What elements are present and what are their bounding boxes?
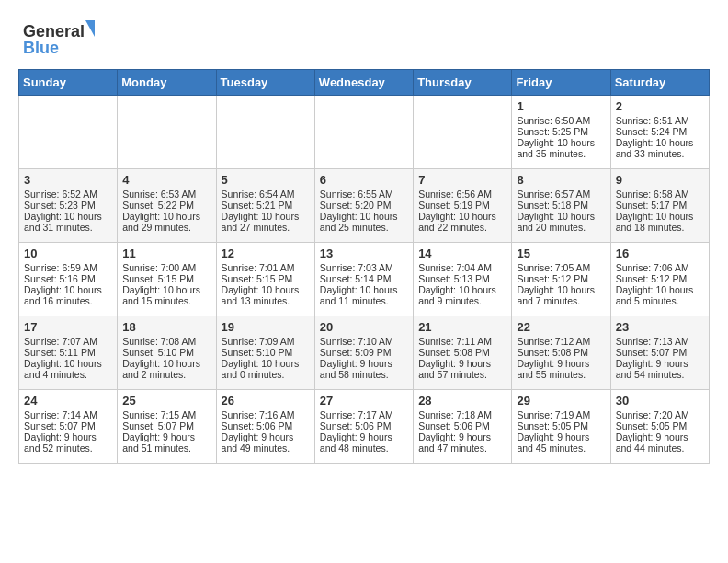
day-number: 12 — [222, 247, 310, 260]
calendar-cell: 6Sunrise: 6:55 AMSunset: 5:20 PMDaylight… — [314, 169, 413, 243]
calendar-cell — [118, 96, 216, 169]
calendar-cell: 19Sunrise: 7:09 AMSunset: 5:10 PMDayligh… — [216, 316, 314, 390]
calendar-table: SundayMondayTuesdayWednesdayThursdayFrid… — [18, 69, 710, 464]
cell-content-line: Sunrise: 7:06 AM — [616, 262, 704, 273]
cell-content-line: Daylight: 10 hours and 7 minutes. — [517, 284, 605, 306]
calendar-header: SundayMondayTuesdayWednesdayThursdayFrid… — [19, 70, 710, 96]
cell-content-line: Sunrise: 6:51 AM — [616, 115, 704, 126]
cell-content-line: Daylight: 10 hours and 4 minutes. — [24, 358, 112, 380]
cell-content-line: Daylight: 9 hours and 55 minutes. — [517, 358, 605, 380]
calendar-cell: 24Sunrise: 7:14 AMSunset: 5:07 PMDayligh… — [19, 390, 118, 464]
day-number: 30 — [616, 394, 704, 408]
calendar-cell: 10Sunrise: 6:59 AMSunset: 5:16 PMDayligh… — [19, 243, 118, 316]
weekday-header-tuesday: Tuesday — [216, 70, 314, 96]
cell-content-line: Daylight: 10 hours and 20 minutes. — [517, 211, 605, 233]
cell-content-line: Sunset: 5:08 PM — [418, 347, 506, 358]
calendar-week-5: 24Sunrise: 7:14 AMSunset: 5:07 PMDayligh… — [19, 390, 710, 464]
day-number: 10 — [24, 247, 112, 260]
weekday-header-thursday: Thursday — [414, 70, 512, 96]
cell-content-line: Sunrise: 6:50 AM — [517, 115, 605, 126]
cell-content-line: Sunset: 5:10 PM — [222, 347, 310, 358]
cell-content-line: Sunset: 5:21 PM — [222, 200, 310, 211]
day-number: 11 — [122, 247, 210, 260]
weekday-header-wednesday: Wednesday — [314, 70, 413, 96]
cell-content-line: Daylight: 10 hours and 25 minutes. — [320, 211, 408, 233]
cell-content-line: Daylight: 10 hours and 15 minutes. — [122, 284, 210, 306]
calendar-cell: 25Sunrise: 7:15 AMSunset: 5:07 PMDayligh… — [118, 390, 216, 464]
cell-content-line: Sunset: 5:17 PM — [616, 200, 704, 211]
cell-content-line: Sunset: 5:10 PM — [122, 347, 210, 358]
cell-content-line: Sunrise: 7:01 AM — [222, 262, 310, 273]
calendar-cell — [414, 96, 512, 169]
cell-content-line: Sunset: 5:22 PM — [122, 200, 210, 211]
cell-content-line: Sunrise: 7:04 AM — [418, 262, 506, 273]
calendar-cell: 26Sunrise: 7:16 AMSunset: 5:06 PMDayligh… — [216, 390, 314, 464]
cell-content-line: Daylight: 10 hours and 13 minutes. — [222, 284, 310, 306]
calendar-cell: 15Sunrise: 7:05 AMSunset: 5:12 PMDayligh… — [512, 243, 610, 316]
page-header: General Blue — [18, 18, 710, 60]
day-number: 29 — [517, 394, 605, 408]
cell-content-line: Daylight: 9 hours and 48 minutes. — [320, 431, 408, 454]
cell-content-line: Sunrise: 7:16 AM — [222, 409, 310, 420]
cell-content-line: Sunset: 5:23 PM — [24, 200, 112, 211]
day-number: 23 — [616, 320, 704, 334]
cell-content-line: Sunrise: 6:57 AM — [517, 189, 605, 200]
cell-content-line: Sunset: 5:20 PM — [320, 200, 408, 211]
cell-content-line: Sunset: 5:16 PM — [24, 273, 112, 284]
calendar-week-1: 1Sunrise: 6:50 AMSunset: 5:25 PMDaylight… — [19, 96, 710, 169]
cell-content-line: Sunset: 5:19 PM — [418, 200, 506, 211]
calendar-cell: 14Sunrise: 7:04 AMSunset: 5:13 PMDayligh… — [414, 243, 512, 316]
day-number: 26 — [222, 394, 310, 408]
cell-content-line: Daylight: 10 hours and 5 minutes. — [616, 284, 704, 306]
cell-content-line: Sunset: 5:14 PM — [320, 273, 408, 284]
logo-svg: General Blue — [18, 18, 101, 60]
day-number: 8 — [517, 173, 605, 187]
cell-content-line: Sunset: 5:06 PM — [222, 420, 310, 431]
cell-content-line: Daylight: 9 hours and 57 minutes. — [418, 358, 506, 380]
cell-content-line: Daylight: 9 hours and 49 minutes. — [222, 431, 310, 454]
cell-content-line: Sunrise: 7:20 AM — [616, 409, 704, 420]
cell-content-line: Sunset: 5:06 PM — [418, 420, 506, 431]
calendar-week-3: 10Sunrise: 6:59 AMSunset: 5:16 PMDayligh… — [19, 243, 710, 316]
cell-content-line: Daylight: 10 hours and 18 minutes. — [616, 211, 704, 233]
day-number: 7 — [418, 173, 506, 187]
cell-content-line: Sunset: 5:18 PM — [517, 200, 605, 211]
svg-text:Blue: Blue — [23, 39, 59, 57]
cell-content-line: Sunrise: 7:03 AM — [320, 262, 408, 273]
day-number: 18 — [122, 320, 210, 334]
cell-content-line: Sunset: 5:15 PM — [222, 273, 310, 284]
cell-content-line: Sunrise: 7:19 AM — [517, 409, 605, 420]
calendar-cell — [314, 96, 413, 169]
cell-content-line: Daylight: 9 hours and 51 minutes. — [122, 431, 210, 454]
day-number: 5 — [222, 173, 310, 187]
day-number: 20 — [320, 320, 408, 334]
cell-content-line: Sunset: 5:13 PM — [418, 273, 506, 284]
calendar-cell: 30Sunrise: 7:20 AMSunset: 5:05 PMDayligh… — [610, 390, 709, 464]
day-number: 28 — [418, 394, 506, 408]
cell-content-line: Sunset: 5:12 PM — [517, 273, 605, 284]
calendar-week-4: 17Sunrise: 7:07 AMSunset: 5:11 PMDayligh… — [19, 316, 710, 390]
day-number: 15 — [517, 247, 605, 260]
calendar-cell — [216, 96, 314, 169]
cell-content-line: Sunrise: 7:07 AM — [24, 336, 112, 347]
cell-content-line: Sunrise: 7:05 AM — [517, 262, 605, 273]
cell-content-line: Daylight: 10 hours and 0 minutes. — [222, 358, 310, 380]
cell-content-line: Daylight: 10 hours and 22 minutes. — [418, 211, 506, 233]
cell-content-line: Sunset: 5:24 PM — [616, 126, 704, 137]
cell-content-line: Sunset: 5:12 PM — [616, 273, 704, 284]
calendar-cell: 12Sunrise: 7:01 AMSunset: 5:15 PMDayligh… — [216, 243, 314, 316]
calendar-cell: 2Sunrise: 6:51 AMSunset: 5:24 PMDaylight… — [610, 96, 709, 169]
cell-content-line: Daylight: 10 hours and 11 minutes. — [320, 284, 408, 306]
day-number: 14 — [418, 247, 506, 260]
cell-content-line: Sunrise: 6:52 AM — [24, 189, 112, 200]
cell-content-line: Daylight: 9 hours and 54 minutes. — [616, 358, 704, 380]
cell-content-line: Daylight: 9 hours and 58 minutes. — [320, 358, 408, 380]
calendar-cell: 9Sunrise: 6:58 AMSunset: 5:17 PMDaylight… — [610, 169, 709, 243]
svg-text:General: General — [23, 22, 85, 40]
weekday-header-monday: Monday — [118, 70, 216, 96]
day-number: 27 — [320, 394, 408, 408]
day-number: 6 — [320, 173, 408, 187]
calendar-cell: 8Sunrise: 6:57 AMSunset: 5:18 PMDaylight… — [512, 169, 610, 243]
cell-content-line: Sunrise: 7:13 AM — [616, 336, 704, 347]
cell-content-line: Sunrise: 7:09 AM — [222, 336, 310, 347]
